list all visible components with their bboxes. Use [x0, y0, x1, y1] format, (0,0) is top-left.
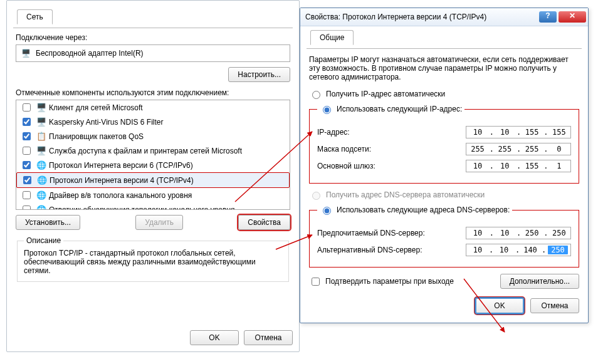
ip-oct[interactable]: 10: [496, 229, 513, 237]
ip-oct[interactable]: 10: [469, 128, 486, 137]
adapter-box: 🖥️ Беспроводной адаптер Intel(R): [16, 44, 290, 62]
help-button[interactable]: ?: [539, 11, 557, 23]
component-item[interactable]: 🌐 Драйвер в/в тополога канального уровня: [16, 188, 290, 202]
component-buttons: Установить... Удалить Свойства: [16, 215, 290, 230]
tabstrip-underline: [307, 48, 582, 49]
ip-oct[interactable]: 250: [550, 229, 568, 237]
dns2-label: Альтернативный DNS-сервер:: [317, 246, 462, 254]
ip-oct[interactable]: 255: [469, 145, 486, 153]
component-item[interactable]: 🖥️ Клиент для сетей Microsoft: [16, 100, 290, 115]
component-item[interactable]: 🌐 Ответчик обнаружения топологии канальн…: [16, 202, 290, 210]
remove-button: Удалить: [135, 215, 183, 230]
component-checkbox[interactable]: [23, 191, 31, 199]
component-label: Ответчик обнаружения топологии канальног…: [49, 204, 235, 211]
component-item[interactable]: 🖥️ Kaspersky Anti-Virus NDIS 6 Filter: [16, 115, 290, 129]
component-label: Протокол Интернета версии 4 (TCP/IPv4): [50, 175, 194, 186]
connection-label: Подключение через:: [16, 33, 290, 42]
dns1-label: Предпочитаемый DNS-сервер:: [317, 229, 462, 237]
mask-label: Маска подсети:: [317, 145, 462, 153]
ip-oct[interactable]: 10: [469, 246, 486, 254]
dns1-row: Предпочитаемый DNS-сервер: 10. 10. 250. …: [317, 227, 571, 239]
schedule-icon: 📋: [36, 131, 45, 142]
component-checkbox[interactable]: [23, 161, 31, 169]
component-checkbox[interactable]: [23, 103, 31, 112]
ip-oct[interactable]: 155: [523, 128, 541, 137]
confirm-checkbox-row[interactable]: Подтвердить параметры при выходе: [309, 276, 454, 288]
ip-oct[interactable]: 10: [469, 229, 486, 237]
configure-button[interactable]: Настроить...: [228, 67, 290, 82]
protocol-icon: 🌐: [36, 190, 45, 201]
description-legend: Описание: [24, 236, 63, 245]
adapter-name: Беспроводной адаптер Intel(R): [36, 49, 144, 58]
net-ok-button[interactable]: OK: [190, 330, 239, 345]
ip-oct[interactable]: 10: [469, 162, 486, 170]
ip-oct[interactable]: 1: [550, 162, 568, 170]
gateway-input[interactable]: 10. 10. 155. 1: [466, 160, 571, 172]
net-cancel-button[interactable]: Отмена: [244, 330, 293, 345]
intro-text: Параметры IP могут назначаться автоматич…: [309, 55, 579, 81]
ip-oct-selected[interactable]: 250: [548, 246, 568, 254]
component-item[interactable]: 🖥️ Служба доступа к файлам и принтерам с…: [16, 143, 290, 158]
tab-general[interactable]: Общие: [310, 30, 354, 45]
ipv4-tabstrip: Общие: [307, 30, 582, 49]
gateway-row: Основной шлюз: 10. 10. 155. 1: [317, 160, 571, 172]
dns2-input[interactable]: 10. 10. 140. 250: [466, 244, 571, 256]
tabstrip-underline: [13, 28, 293, 28]
advanced-button[interactable]: Дополнительно...: [500, 274, 579, 289]
mask-input[interactable]: 255. 255. 255. 0: [466, 143, 571, 155]
ipv4-dialog: Свойства: Протокол Интернета версии 4 (T…: [300, 8, 589, 323]
ip-oct[interactable]: 10: [496, 128, 513, 137]
component-item-ipv4[interactable]: 🌐 Протокол Интернета версии 4 (TCP/IPv4): [16, 172, 290, 188]
close-button[interactable]: ✕: [559, 11, 586, 23]
properties-button[interactable]: Свойства: [238, 215, 290, 230]
radio-manual-dns-input[interactable]: [323, 207, 331, 215]
component-checkbox[interactable]: [23, 176, 31, 184]
ipv4-ok-button[interactable]: OK: [475, 298, 524, 314]
ip-input[interactable]: 10. 10. 155. 155: [466, 126, 571, 138]
ip-oct[interactable]: 155: [523, 162, 541, 170]
manual-ip-group: Использовать следующий IP-адрес: IP-адре…: [309, 101, 579, 184]
radio-manual-ip[interactable]: Использовать следующий IP-адрес:: [320, 104, 462, 114]
component-label: Драйвер в/в тополога канального уровня: [49, 190, 192, 201]
radio-auto-dns-label: Получить адрес DNS-сервера автоматически: [326, 190, 485, 199]
component-checkbox[interactable]: [23, 205, 31, 210]
protocol-icon: 🌐: [37, 175, 46, 186]
ip-oct[interactable]: 10: [495, 246, 513, 254]
ip-oct[interactable]: 250: [523, 229, 541, 237]
component-checkbox[interactable]: [23, 147, 31, 155]
tab-network[interactable]: Сеть: [17, 9, 53, 24]
component-item[interactable]: 🌐 Протокол Интернета версии 6 (TCP/IPv6): [16, 158, 290, 172]
ip-oct[interactable]: 155: [550, 128, 568, 137]
radio-auto-dns-input: [312, 192, 320, 200]
confirm-checkbox-label: Подтвердить параметры при выходе: [325, 277, 454, 286]
gateway-label: Основной шлюз:: [317, 162, 462, 170]
component-checkbox[interactable]: [23, 118, 31, 126]
dns1-input[interactable]: 10. 10. 250. 250: [466, 227, 571, 239]
component-note: Отмеченные компоненты используются этим …: [16, 88, 290, 97]
install-button[interactable]: Установить...: [16, 215, 80, 230]
ipv4-cancel-button[interactable]: Отмена: [530, 298, 579, 313]
ip-oct[interactable]: 255: [496, 145, 513, 153]
ip-oct[interactable]: 255: [523, 145, 541, 153]
client-icon: 🖥️: [36, 145, 45, 157]
ipv4-body: Параметры IP могут назначаться автоматич…: [300, 49, 588, 323]
component-checkbox[interactable]: [23, 132, 31, 140]
description-text: Протокол TCP/IP - стандартный протокол г…: [24, 249, 282, 275]
ip-oct[interactable]: 10: [496, 162, 513, 170]
ipv4-titlebar[interactable]: Свойства: Протокол Интернета версии 4 (T…: [300, 8, 588, 26]
radio-auto-ip-input[interactable]: [312, 91, 320, 99]
dns2-row: Альтернативный DNS-сервер: 10. 10. 140. …: [317, 244, 571, 256]
component-label: Планировщик пакетов QoS: [49, 131, 144, 142]
component-item[interactable]: 📋 Планировщик пакетов QoS: [16, 129, 290, 143]
ip-oct[interactable]: 140: [522, 246, 539, 254]
confirm-checkbox[interactable]: [312, 278, 320, 286]
ip-oct[interactable]: 0: [550, 145, 568, 153]
radio-manual-dns[interactable]: Использовать следующие адреса DNS-сервер…: [320, 205, 510, 215]
radio-manual-ip-input[interactable]: [323, 106, 331, 114]
network-dialog: Сеть Подключение через: 🖥️ Беспроводной …: [6, 0, 300, 352]
ip-row: IP-адрес: 10. 10. 155. 155: [317, 126, 571, 138]
component-label: Клиент для сетей Microsoft: [49, 102, 143, 113]
client-icon: 🖥️: [36, 117, 45, 128]
radio-auto-ip[interactable]: Получить IP-адрес автоматически: [309, 89, 579, 99]
component-list[interactable]: 🖥️ Клиент для сетей Microsoft 🖥️ Kaspers…: [16, 100, 290, 210]
